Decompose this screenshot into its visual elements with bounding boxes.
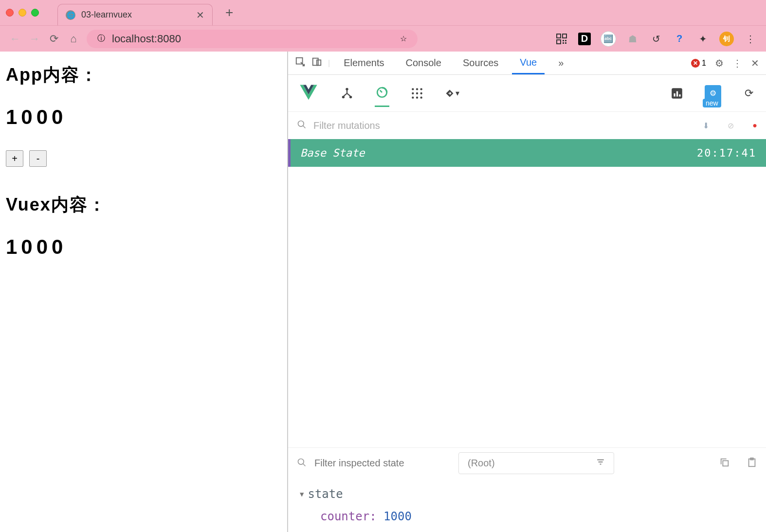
history-icon[interactable]: ↺ [649,32,663,46]
tab-overflow[interactable]: » [550,53,571,73]
devtools-close-icon[interactable]: ✕ [751,57,759,69]
svg-point-17 [416,88,418,90]
routing-tab-icon[interactable]: ▾ [445,86,459,101]
vue-settings-icon[interactable]: ⚙ new [705,85,721,102]
bookmark-icon[interactable]: ☆ [400,34,407,43]
extensions-icon[interactable]: ✦ [696,32,710,46]
state-tree: ▼ state counter: 1000 [288,479,766,532]
tab-console[interactable]: Console [398,53,449,73]
svg-point-29 [298,121,304,127]
devtools-panel: | Elements Console Sources Vue » ✕ 1 ⚙ ⋮… [287,52,766,532]
qrcode-icon[interactable] [555,32,568,46]
extension-d-icon[interactable]: D [578,33,591,45]
svg-rect-8 [313,58,318,66]
error-indicator[interactable]: ✕ 1 [691,59,706,68]
svg-rect-0 [557,34,561,38]
vue-devtools-toolbar: ▾ ⚙ new ⟳ [288,75,766,112]
help-icon[interactable]: ? [673,32,686,46]
filter-list-icon [596,458,605,469]
state-property-name: counter: [320,510,377,523]
mutation-list: Base State 20:17:41 [288,139,766,261]
svg-rect-5 [563,42,564,44]
tab-bar: 🌐 03-learnvuex ✕ + [0,0,766,25]
svg-point-23 [416,96,418,98]
close-tab-icon[interactable]: ✕ [196,9,204,21]
mutation-time: 20:17:41 [697,147,756,159]
copy-icon[interactable] [719,457,730,470]
close-window-button[interactable] [6,9,14,17]
minimize-window-button[interactable] [18,9,26,17]
main-area: App内容： 1000 + - Vuex内容： 1000 | Elements … [0,52,766,532]
svg-point-24 [420,96,422,98]
app-counter-value: 1000 [6,106,281,129]
maximize-window-button[interactable] [31,9,39,17]
filter-mutations-input[interactable] [313,120,696,131]
devtools-menu-icon[interactable]: ⋮ [732,57,742,69]
events-tab-icon[interactable] [410,86,424,101]
svg-rect-27 [676,91,678,96]
components-tab-icon[interactable] [340,86,354,101]
tab-title: 03-learnvuex [81,10,132,20]
browser-tab[interactable]: 🌐 03-learnvuex ✕ [57,4,213,25]
svg-rect-9 [317,60,321,65]
extension-icons: D 🔤 ☗ ↺ ? ✦ 钊 ⋮ [555,31,757,47]
svg-rect-4 [565,40,566,41]
svg-rect-26 [674,93,675,97]
counter-controls: + - [6,150,281,167]
tab-vue[interactable]: Vue [512,52,545,74]
back-button[interactable]: ← [9,33,21,45]
svg-point-20 [416,92,418,94]
profile-avatar[interactable]: 钊 [719,32,734,46]
reload-button[interactable]: ⟳ [48,33,60,45]
filter-state-input[interactable] [314,458,451,469]
devtools-settings-icon[interactable]: ⚙ [715,57,724,69]
toolbar: ← → ⟳ ⌂ ⓘ localhost:8080 ☆ D 🔤 ☗ ↺ ? ✦ 钊… [0,25,766,52]
module-select-label: (Root) [468,458,495,469]
increment-button[interactable]: + [6,150,23,167]
svg-point-12 [346,88,348,90]
clear-icon[interactable]: ⊘ [728,121,734,130]
svg-point-19 [412,92,414,94]
menu-icon[interactable]: ⋮ [744,32,757,46]
svg-rect-2 [557,40,561,44]
refresh-icon[interactable]: ⟳ [742,86,756,101]
state-root-node[interactable]: ▼ state [300,487,754,501]
performance-tab-icon[interactable] [670,86,684,101]
svg-rect-31 [723,461,728,466]
search-icon [297,458,307,469]
record-icon[interactable]: ● [752,121,757,130]
forward-button[interactable]: → [28,33,41,45]
shield-icon[interactable]: ☗ [626,32,639,46]
app-heading: App内容： [6,63,281,87]
vuex-counter-value: 1000 [6,235,281,259]
translate-icon[interactable]: 🔤 [601,31,616,47]
home-button[interactable]: ⌂ [67,33,80,45]
mutation-item-base-state[interactable]: Base State 20:17:41 [288,139,766,167]
decrement-button[interactable]: - [29,150,47,167]
state-root-label: state [308,487,343,501]
vuex-tab-icon[interactable] [375,92,389,107]
svg-rect-6 [565,42,566,44]
module-select[interactable]: (Root) [458,452,614,474]
device-toggle-icon[interactable] [311,56,322,70]
site-info-icon[interactable]: ⓘ [97,34,105,44]
tab-elements[interactable]: Elements [336,53,392,73]
state-property-value: 1000 [383,510,412,523]
vuex-heading: Vuex内容： [6,193,281,217]
address-bar[interactable]: ⓘ localhost:8080 ☆ [87,30,418,48]
svg-point-22 [412,96,414,98]
clipboard-icon[interactable] [747,457,757,470]
inspect-element-icon[interactable] [295,56,306,70]
svg-rect-1 [563,34,566,38]
window-controls [6,9,39,17]
state-property[interactable]: counter: 1000 [320,510,754,523]
new-tab-button[interactable]: + [225,5,233,20]
collapse-triangle-icon[interactable]: ▼ [300,490,304,498]
download-icon[interactable]: ⬇ [703,121,709,130]
error-icon: ✕ [691,59,700,68]
svg-point-30 [298,459,304,464]
tab-sources[interactable]: Sources [455,53,506,73]
mutations-filter-bar: ⬇ ⊘ ● [288,112,766,139]
search-icon [297,120,307,131]
globe-icon: 🌐 [66,10,75,20]
